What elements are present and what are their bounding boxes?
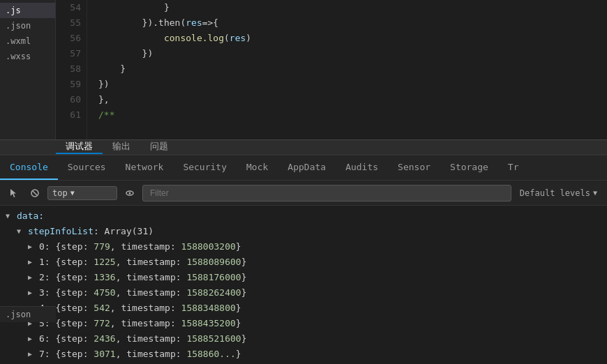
console-line: ▶ 1: {step: 1225, timestamp: 1588089600} (0, 255, 607, 270)
collapsed-arrow[interactable]: ▶ (28, 255, 36, 269)
sidebar-file-wxml[interactable]: .wxml (0, 33, 55, 49)
code-line-56: console.log(res) (98, 31, 607, 46)
code-line-55: }).then(res=>{ (98, 15, 607, 31)
devtools-tabs: ConsoleSourcesNetworkSecurityMockAppData… (0, 156, 607, 181)
console-line: ▶ 3: {step: 4750, timestamp: 1588262400} (0, 285, 607, 301)
devtools-tab-audits[interactable]: Audits (336, 156, 388, 180)
console-line: ▼ data: (0, 208, 607, 224)
console-line: ▶ 0: {step: 779, timestamp: 1588003200} (0, 239, 607, 255)
chevron-down-icon-levels: ▼ (593, 189, 597, 197)
devtools-tab-tr[interactable]: Tr (498, 156, 529, 180)
clear-console-button[interactable] (27, 185, 43, 202)
eye-button[interactable] (121, 185, 138, 202)
devtools-tab-sources[interactable]: Sources (58, 156, 116, 180)
expanded-arrow[interactable]: ▼ (6, 209, 14, 223)
devtools-toolbar: top ▼ Default levels ▼ (0, 181, 607, 206)
devtools-tab-appdata[interactable]: AppData (278, 156, 336, 180)
code-line-57: }) (98, 46, 607, 61)
collapsed-arrow[interactable]: ▶ (28, 271, 36, 285)
code-line-54: } (98, 0, 607, 15)
collapsed-arrow[interactable]: ▶ (28, 286, 36, 300)
context-value: top (52, 188, 68, 198)
devtools-tab-mock[interactable]: Mock (237, 156, 278, 180)
select-mode-button[interactable] (6, 185, 22, 202)
console-line: ▶ 2: {step: 1336, timestamp: 1588176000} (0, 270, 607, 285)
expanded-arrow[interactable]: ▼ (17, 225, 25, 238)
console-line: ▶ 4: {step: 542, timestamp: 1588348800} (0, 301, 607, 316)
editor-area: .js.json.wxml.wxss 5455565758596061 } })… (0, 0, 607, 139)
sidebar-files: .js.json.wxml.wxss (0, 0, 56, 139)
devtools-tab-storage[interactable]: Storage (440, 156, 498, 180)
devtools-tab-sensor[interactable]: Sensor (388, 156, 440, 180)
chevron-down-icon: ▼ (70, 189, 75, 197)
svg-line-1 (33, 191, 37, 195)
console-output: ▼ data:▼ stepInfoList: Array(31)▶ 0: {st… (0, 206, 607, 364)
code-line-60: }, (98, 92, 607, 107)
sidebar-file-js[interactable]: .js (0, 3, 55, 18)
default-levels-label: Default levels (520, 188, 590, 198)
sidebar-file-json[interactable]: .json (0, 18, 55, 33)
console-line: ▼ stepInfoList: Array(31) (0, 224, 607, 239)
code-content: } }).then(res=>{ console.log(res) }) }})… (87, 0, 607, 139)
code-line-61: /** (98, 107, 607, 123)
devtools-tab-security[interactable]: Security (173, 156, 237, 180)
debug-tabs: 调试器输出问题 (0, 139, 607, 155)
code-line-58: } (98, 61, 607, 77)
devtools-tab-network[interactable]: Network (116, 156, 174, 180)
devtools-tab-console[interactable]: Console (0, 156, 58, 180)
sidebar-bottom-file: .json (0, 306, 56, 322)
svg-point-3 (129, 192, 131, 194)
collapsed-arrow[interactable]: ▶ (28, 347, 36, 361)
devtools-panel: ConsoleSourcesNetworkSecurityMockAppData… (0, 155, 607, 364)
debug-tab-调试器[interactable]: 调试器 (56, 140, 103, 154)
console-line: ▶ 7: {step: 3071, timestamp: 158860...} (0, 347, 607, 362)
sidebar-file-wxss[interactable]: .wxss (0, 49, 55, 64)
filter-input[interactable] (142, 185, 511, 202)
console-line: ▶ 6: {step: 2436, timestamp: 1588521600} (0, 331, 607, 347)
default-levels-dropdown[interactable]: Default levels ▼ (516, 187, 601, 199)
debug-tab-问题[interactable]: 问题 (140, 140, 178, 154)
context-selector[interactable]: top ▼ (47, 186, 117, 200)
code-line-59: }) (98, 77, 607, 92)
console-line: ▶ 5: {step: 772, timestamp: 1588435200} (0, 316, 607, 331)
collapsed-arrow[interactable]: ▶ (28, 240, 36, 254)
collapsed-arrow[interactable]: ▶ (28, 332, 36, 346)
line-numbers: 5455565758596061 (56, 0, 87, 139)
debug-tab-输出[interactable]: 输出 (103, 140, 140, 154)
